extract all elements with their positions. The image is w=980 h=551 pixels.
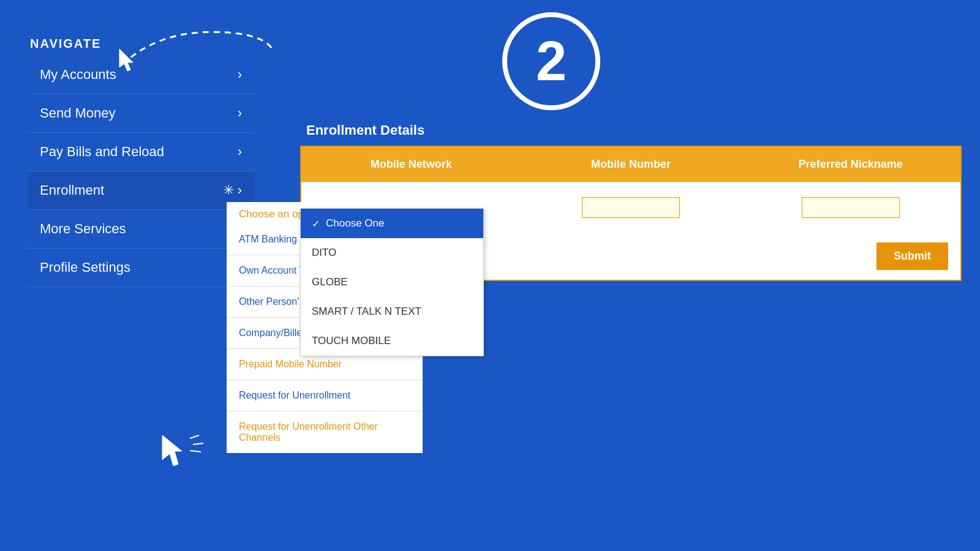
cell-mobile-number — [521, 192, 741, 223]
sidebar-item-enrollment[interactable]: Enrollment ✳ › — [28, 171, 254, 210]
sidebar-item-my-accounts[interactable]: My Accounts › — [28, 56, 254, 94]
sidebar-label-enrollment: Enrollment — [40, 182, 104, 198]
cell-preferred-nickname — [741, 192, 960, 223]
network-dropdown: ✓ Choose One DITO GLOBE SMART / TALK N T… — [300, 208, 484, 356]
step-number: 2 — [536, 30, 567, 93]
sidebar: NAVIGATE My Accounts › Send Money › Pay … — [28, 37, 254, 287]
header-mobile-number: Mobile Number — [521, 147, 741, 182]
sidebar-item-send-money[interactable]: Send Money › — [28, 94, 254, 133]
network-option-smart[interactable]: SMART / TALK N TEXT — [301, 297, 483, 326]
svg-line-2 — [190, 435, 199, 438]
preferred-nickname-input[interactable] — [802, 197, 900, 218]
submenu-unenrollment-other[interactable]: Request for Unenrollment Other Channels — [227, 411, 423, 453]
header-preferred-nickname: Preferred Nickname — [741, 147, 960, 182]
enrollment-spinner-icon: ✳ › — [223, 182, 242, 198]
svg-line-4 — [190, 451, 201, 452]
sidebar-item-more-services[interactable]: More Services › — [28, 210, 254, 249]
sidebar-label-profile-settings: Profile Settings — [40, 260, 130, 276]
enrollment-details-title: Enrollment Details — [300, 122, 962, 138]
sidebar-title: NAVIGATE — [28, 37, 254, 51]
network-option-touch-mobile[interactable]: TOUCH MOBILE — [301, 326, 483, 356]
mobile-number-input[interactable] — [582, 197, 680, 218]
network-option-choose-one[interactable]: ✓ Choose One — [301, 209, 483, 238]
sidebar-label-pay-bills: Pay Bills and Reload — [40, 144, 164, 160]
sidebar-label-more-services: More Services — [40, 221, 126, 237]
svg-marker-1 — [162, 435, 182, 466]
table-header: Mobile Network Mobile Number Preferred N… — [301, 147, 960, 182]
arrow-bottom-decoration — [159, 432, 221, 484]
step-circle: 2 — [502, 12, 600, 110]
submenu-unenrollment[interactable]: Request for Unenrollment — [227, 380, 423, 411]
network-option-globe[interactable]: GLOBE — [301, 268, 483, 297]
sidebar-label-send-money: Send Money — [40, 105, 116, 121]
sidebar-item-profile-settings[interactable]: Profile Settings › — [28, 249, 254, 287]
chevron-icon-send-money: › — [238, 105, 242, 121]
chevron-icon-my-accounts: › — [238, 67, 242, 83]
svg-line-3 — [193, 443, 203, 444]
check-icon: ✓ — [312, 218, 320, 230]
header-mobile-network: Mobile Network — [301, 147, 521, 182]
sidebar-label-my-accounts: My Accounts — [40, 67, 116, 83]
network-option-dito[interactable]: DITO — [301, 238, 483, 268]
submit-button[interactable]: Submit — [876, 242, 948, 270]
chevron-icon-pay-bills: › — [238, 144, 242, 160]
sidebar-item-pay-bills[interactable]: Pay Bills and Reload › — [28, 133, 254, 171]
